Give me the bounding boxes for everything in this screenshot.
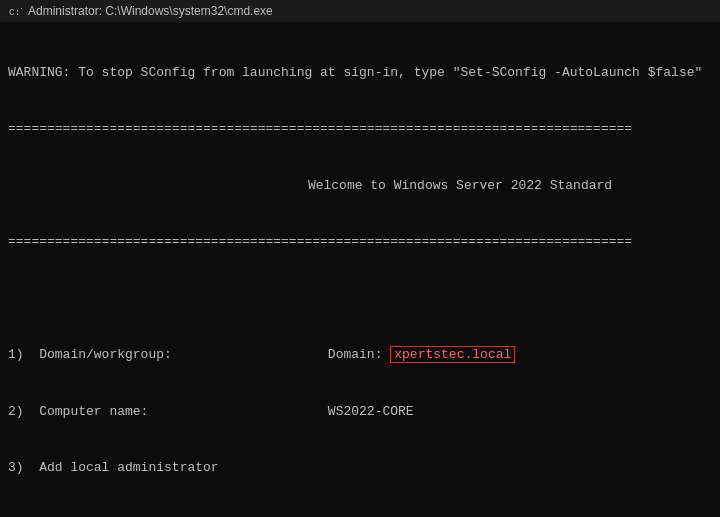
menu-item-2: 2) Computer name: WS2022-CORE: [8, 403, 712, 422]
blank-line-1: [8, 290, 712, 309]
title-bar: C:\ Administrator: C:\Windows\system32\c…: [0, 0, 720, 22]
title-bar-text: Administrator: C:\Windows\system32\cmd.e…: [28, 4, 273, 18]
welcome-line: Welcome to Windows Server 2022 Standard: [8, 177, 712, 196]
terminal-window: C:\ Administrator: C:\Windows\system32\c…: [0, 0, 720, 517]
cmd-icon: C:\: [8, 4, 22, 18]
menu-item-1: 1) Domain/workgroup: Domain: xpertstec.l…: [8, 346, 712, 365]
menu-item-3: 3) Add local administrator: [8, 459, 712, 478]
terminal-content[interactable]: WARNING: To stop SConfig from launching …: [0, 22, 720, 517]
separator-line-1: ========================================…: [8, 120, 712, 139]
svg-text:C:\: C:\: [9, 7, 22, 18]
domain-value: xpertstec.local: [390, 346, 515, 363]
separator-line-2: ========================================…: [8, 233, 712, 252]
warning-line: WARNING: To stop SConfig from launching …: [8, 64, 712, 83]
